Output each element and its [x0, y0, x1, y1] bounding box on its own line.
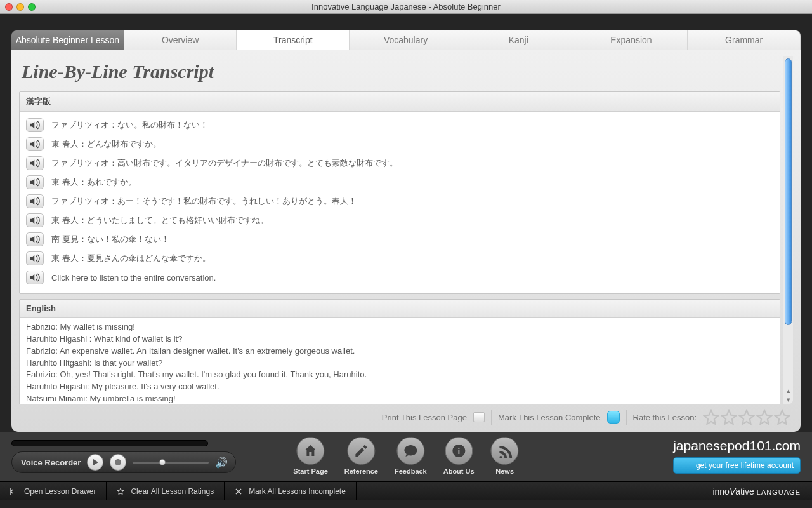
tab-transcript[interactable]: Transcript: [237, 30, 350, 50]
brand-site-name: japanesepod101.com: [673, 438, 801, 453]
drawer-icon: [10, 488, 18, 495]
recorder-volume-slider[interactable]: [133, 462, 209, 464]
kanji-panel: 漢字版 ファブリツィオ：ない。私の財布！ない！東 春人：どんな財布ですか。ファブ…: [19, 91, 780, 294]
window-title: Innovative Language Japanese - Absolute …: [0, 2, 812, 11]
star-1[interactable]: [703, 409, 719, 425]
star-4[interactable]: [756, 409, 773, 425]
transcript-text: 東 春人：どういたしまして。とても格好いい財布ですね。: [51, 215, 268, 226]
bottom-bar: Open Lesson Drawer Clear All Lesson Rati…: [0, 481, 812, 500]
speaker-icon: [29, 197, 41, 206]
transcript-line: 東 春人：あれですか。: [26, 173, 773, 192]
brand-cta-button[interactable]: get your free lifetime account: [673, 457, 801, 474]
tab-grammar[interactable]: Grammar: [688, 30, 801, 50]
speaker-icon: [29, 273, 41, 282]
player-bar: Voice Recorder 🔊 Start Page Reference Fe…: [0, 432, 812, 481]
play-line-audio-button[interactable]: [26, 194, 44, 208]
english-panel-title: English: [20, 300, 780, 318]
quick-link-label: Feedback: [395, 467, 427, 475]
speaker-icon: [29, 140, 41, 149]
speaker-icon: [29, 159, 41, 168]
speaker-icon: [29, 235, 41, 244]
play-line-audio-button[interactable]: [26, 156, 44, 170]
transcript-line: ファブリツィオ：高い財布です。イタリアのデザイナーの財布です。とても素敵な財布で…: [26, 154, 773, 173]
print-lesson-link[interactable]: Print This Lesson Page: [382, 413, 467, 422]
english-line: Haruhito Higashi: My pleasure. It's a ve…: [26, 381, 773, 393]
open-lesson-drawer-button[interactable]: Open Lesson Drawer: [0, 482, 107, 500]
transcript-line: 東 春人：どういたしまして。とても格好いい財布ですね。: [26, 211, 773, 230]
playback-progress[interactable]: [11, 440, 208, 446]
play-line-audio-button[interactable]: [26, 137, 44, 151]
speaker-icon: [29, 216, 41, 225]
kanji-panel-title: 漢字版: [20, 92, 780, 112]
quick-link-label: Start Page: [293, 467, 327, 475]
innovative-language-logo: innoVative LANGUAGE: [701, 486, 812, 497]
printer-icon[interactable]: [473, 412, 485, 422]
english-line: Fabrizio: An expensive wallet. An Italia…: [26, 345, 773, 358]
transcript-line: 南 夏見：ない！私の傘！ない！: [26, 230, 773, 249]
bottom-bar-label: Open Lesson Drawer: [24, 487, 96, 496]
mark-complete-checkbox[interactable]: [607, 411, 620, 424]
listen-all-link[interactable]: Click here to listen to the entire conve…: [51, 273, 216, 283]
play-line-audio-button[interactable]: [26, 213, 44, 227]
transcript-text: 東 春人：どんな財布ですか。: [51, 138, 161, 150]
slider-thumb[interactable]: [159, 459, 166, 465]
transcript-text: 東 春人：あれですか。: [51, 177, 136, 188]
transcript-line: ファブリツィオ：あー！そうです！私の財布です。うれしい！ありがとう。春人！: [26, 192, 773, 211]
quick-link-label: About Us: [443, 467, 475, 475]
mark-all-incomplete-button[interactable]: Mark All Lessons Incomplete: [225, 482, 357, 500]
speaker-icon: [29, 121, 41, 130]
english-line: Fabrizio: Oh, yes! That's right. That's …: [26, 369, 773, 381]
content-scrollbar[interactable]: ▴ ▾: [783, 56, 793, 404]
record-icon: [115, 459, 121, 465]
english-panel: English Fabrizio: My wallet is missing!H…: [19, 299, 780, 404]
recorder-record-button[interactable]: [110, 454, 126, 471]
clear-all-ratings-button[interactable]: Clear All Lesson Ratings: [107, 482, 225, 500]
transcript-text: ファブリツィオ：高い財布です。イタリアのデザイナーの財布です。とても素敵な財布で…: [51, 157, 398, 169]
bottom-bar-label: Mark All Lessons Incomplete: [249, 487, 346, 496]
speech-bubble-icon: [396, 437, 424, 465]
lesson-indicator-tab[interactable]: Absolute Beginner Lesson 13: [11, 30, 124, 50]
separator: [626, 410, 627, 425]
scrollbar-down-icon[interactable]: ▾: [783, 395, 793, 404]
pencil-icon: [347, 437, 375, 465]
voice-recorder: Voice Recorder 🔊: [11, 451, 236, 473]
play-line-audio-button[interactable]: [26, 232, 44, 246]
transcript-line-all: Click here to listen to the entire conve…: [26, 268, 773, 287]
star-3[interactable]: [738, 409, 755, 425]
play-line-audio-button[interactable]: [26, 118, 44, 132]
bottom-bar-label: Clear All Lesson Ratings: [131, 487, 214, 496]
quick-link-reference[interactable]: Reference: [344, 437, 378, 475]
tab-overview[interactable]: Overview: [124, 30, 237, 50]
play-line-audio-button[interactable]: [26, 251, 44, 265]
mark-complete-link[interactable]: Mark This Lesson Complete: [498, 413, 601, 422]
star-2[interactable]: [721, 409, 737, 425]
tab-expansion[interactable]: Expansion: [575, 30, 688, 50]
play-all-audio-button[interactable]: [26, 271, 44, 284]
tab-vocabulary[interactable]: Vocabulary: [350, 30, 462, 50]
scrollbar-up-icon[interactable]: ▴: [783, 386, 793, 395]
english-line: Haruhito Hitgashi: Is that your wallet?: [26, 358, 773, 370]
quick-link-label: Reference: [344, 467, 378, 475]
recorder-play-button[interactable]: [87, 454, 103, 471]
english-line: Fabrizio: My wallet is missing!: [26, 321, 773, 333]
quick-link-news[interactable]: News: [491, 437, 519, 475]
brand-block: japanesepod101.com get your free lifetim…: [673, 438, 801, 474]
tab-kanji[interactable]: Kanji: [462, 30, 575, 50]
transcript-text: ファブリツィオ：あー！そうです！私の財布です。うれしい！ありがとう。春人！: [51, 196, 357, 207]
x-icon: [235, 488, 242, 495]
play-line-audio-button[interactable]: [26, 175, 44, 189]
scrollbar-thumb[interactable]: [785, 58, 792, 325]
quick-link-start-page[interactable]: Start Page: [293, 437, 327, 475]
rate-lesson-label: Rate this Lesson:: [633, 413, 697, 422]
transcript-line: ファブリツィオ：ない。私の財布！ない！: [26, 116, 773, 135]
info-icon: [445, 437, 473, 465]
tab-strip: Absolute Beginner Lesson 13 Overview Tra…: [11, 29, 801, 50]
star-5[interactable]: [774, 409, 790, 425]
english-line: Natsumi Minami: My umbrella is missing!: [26, 393, 773, 404]
quick-link-about-us[interactable]: About Us: [443, 437, 475, 475]
quick-links: Start Page Reference Feedback About Us N…: [293, 437, 518, 475]
window-titlebar: Innovative Language Japanese - Absolute …: [0, 0, 812, 14]
rating-stars: [703, 409, 790, 425]
quick-link-feedback[interactable]: Feedback: [395, 437, 427, 475]
content-frame: Line-By-Line Transcript 漢字版 ファブリツィオ：ない。私…: [11, 50, 801, 432]
